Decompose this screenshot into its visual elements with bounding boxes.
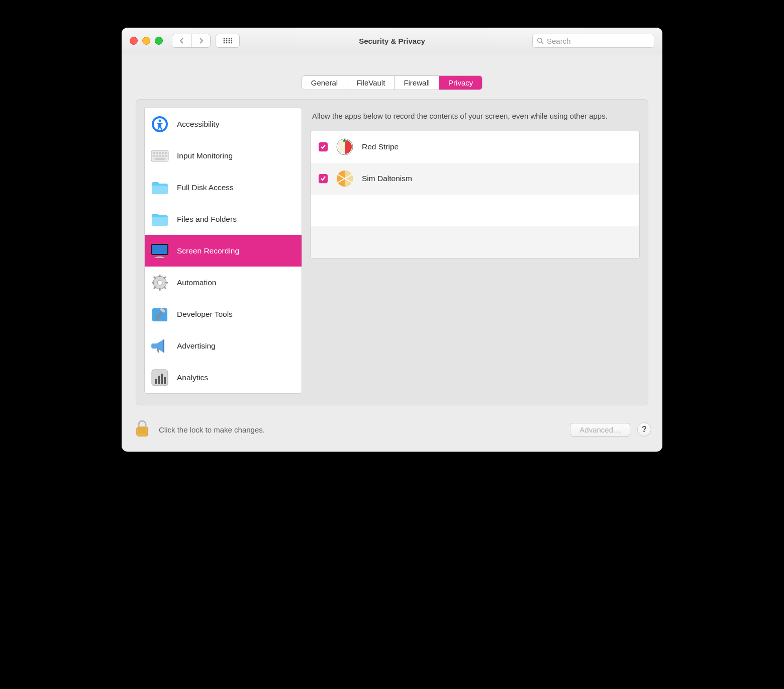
svg-rect-21	[162, 152, 164, 154]
svg-rect-48	[164, 377, 166, 384]
check-icon	[320, 176, 326, 182]
tab-general[interactable]: General	[302, 76, 347, 90]
svg-rect-22	[165, 152, 167, 154]
sidebar-item-full-disk-access[interactable]: Full Disk Access	[145, 171, 302, 203]
app-row-red-stripe[interactable]: Red Stripe	[311, 131, 639, 163]
show-all-button[interactable]	[216, 34, 240, 48]
close-button[interactable]	[130, 37, 138, 45]
svg-rect-55	[137, 427, 148, 436]
sidebar-item-accessibility[interactable]: Accessibility	[145, 108, 302, 140]
svg-rect-24	[156, 155, 158, 157]
svg-rect-26	[162, 155, 164, 157]
svg-rect-46	[158, 376, 160, 384]
svg-line-41	[164, 277, 166, 279]
advanced-button[interactable]: Advanced…	[570, 423, 630, 437]
window-controls	[130, 37, 163, 45]
sidebar-item-label: Analytics	[177, 373, 208, 382]
svg-point-6	[229, 40, 230, 42]
app-list: Red Stripe Sim Daltonism	[310, 131, 640, 259]
forward-button[interactable]	[191, 34, 211, 48]
svg-rect-20	[159, 152, 161, 154]
grid-icon	[223, 38, 232, 44]
checkbox[interactable]	[319, 142, 328, 151]
privacy-detail-pane: Allow the apps below to record the conte…	[310, 108, 640, 394]
svg-line-40	[164, 287, 166, 289]
app-row-empty	[311, 195, 639, 226]
privacy-category-list: Accessibility Input Monitoring Full Disk…	[144, 108, 302, 394]
sidebar-item-automation[interactable]: Automation	[145, 267, 302, 298]
tabs: General FileVault Firewall Privacy	[302, 75, 483, 90]
gear-icon	[150, 273, 170, 293]
sidebar-item-label: Advertising	[177, 341, 216, 351]
folder-icon	[150, 178, 170, 198]
svg-rect-47	[161, 374, 163, 384]
sidebar-item-input-monitoring[interactable]: Input Monitoring	[145, 140, 302, 171]
sidebar-item-label: Full Disk Access	[177, 183, 234, 192]
svg-point-4	[224, 40, 225, 42]
description-text: Allow the apps below to record the conte…	[312, 111, 638, 122]
minimize-button[interactable]	[142, 37, 150, 45]
checkbox[interactable]	[319, 174, 328, 183]
svg-point-0	[224, 38, 225, 40]
tab-firewall[interactable]: Firewall	[395, 76, 439, 90]
svg-point-10	[229, 42, 230, 44]
search-placeholder: Search	[547, 37, 571, 45]
svg-point-7	[231, 40, 232, 42]
preferences-window: Security & Privacy Search General FileVa…	[122, 28, 662, 452]
sidebar-item-label: Accessibility	[177, 120, 219, 129]
svg-rect-32	[155, 257, 164, 258]
svg-rect-19	[156, 152, 158, 154]
tab-filevault[interactable]: FileVault	[347, 76, 395, 90]
maximize-button[interactable]	[155, 37, 163, 45]
app-icon	[336, 138, 354, 156]
sidebar-item-label: Automation	[177, 278, 216, 287]
svg-rect-31	[157, 256, 162, 257]
svg-rect-27	[165, 155, 167, 157]
sidebar-item-label: Developer Tools	[177, 310, 233, 319]
svg-point-3	[231, 38, 232, 40]
sidebar-item-developer-tools[interactable]: Developer Tools	[145, 298, 302, 330]
help-button[interactable]: ?	[637, 422, 651, 437]
search-icon	[537, 37, 544, 44]
display-icon	[150, 241, 170, 261]
sidebar-item-screen-recording[interactable]: Screen Recording	[145, 235, 302, 267]
svg-point-12	[538, 38, 542, 42]
svg-point-9	[226, 42, 228, 44]
sidebar-item-advertising[interactable]: Advertising	[145, 330, 302, 362]
svg-line-39	[154, 277, 156, 279]
tab-privacy[interactable]: Privacy	[439, 76, 482, 90]
app-row-sim-daltonism[interactable]: Sim Daltonism	[311, 163, 639, 195]
svg-point-11	[231, 42, 232, 44]
keyboard-icon	[150, 146, 170, 166]
tab-bar: General FileVault Firewall Privacy	[136, 75, 648, 90]
sidebar-item-label: Input Monitoring	[177, 151, 233, 160]
svg-point-5	[226, 40, 228, 42]
svg-rect-30	[152, 245, 167, 254]
chevron-left-icon	[179, 38, 184, 44]
search-input[interactable]: Search	[532, 34, 654, 48]
svg-line-13	[541, 42, 543, 44]
svg-rect-25	[159, 155, 161, 157]
sidebar-item-files-and-folders[interactable]: Files and Folders	[145, 203, 302, 235]
back-button[interactable]	[172, 34, 191, 48]
lock-text: Click the lock to make changes.	[159, 425, 265, 434]
svg-rect-23	[153, 155, 155, 157]
check-icon	[320, 144, 326, 150]
svg-rect-18	[153, 152, 155, 154]
footer: Click the lock to make changes. Advanced…	[122, 410, 662, 452]
svg-rect-28	[155, 158, 165, 160]
app-icon	[336, 169, 354, 188]
titlebar: Security & Privacy Search	[122, 28, 662, 54]
folder-icon	[150, 209, 170, 229]
sidebar-item-label: Files and Folders	[177, 215, 237, 224]
privacy-panel: Accessibility Input Monitoring Full Disk…	[136, 99, 648, 405]
lock-icon[interactable]	[135, 419, 150, 440]
sidebar-item-label: Screen Recording	[177, 246, 239, 255]
svg-rect-45	[155, 379, 157, 384]
svg-point-8	[224, 42, 225, 44]
app-row-empty	[311, 226, 639, 258]
sidebar-item-analytics[interactable]: Analytics	[145, 362, 302, 393]
svg-line-42	[154, 287, 156, 289]
chevron-right-icon	[199, 38, 204, 44]
nav-group	[172, 34, 211, 48]
